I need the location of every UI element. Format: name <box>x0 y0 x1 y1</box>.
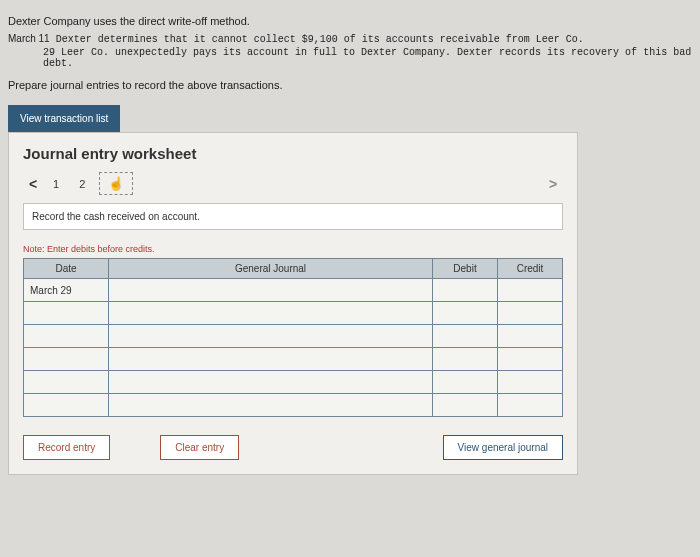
table-row[interactable] <box>24 325 563 348</box>
intro-line2-text: Dexter determines that it cannot collect… <box>56 34 584 45</box>
col-header-date: Date <box>24 259 109 279</box>
cell-debit[interactable] <box>433 325 498 348</box>
table-row[interactable] <box>24 371 563 394</box>
cell-date[interactable]: March 29 <box>24 279 109 302</box>
chevron-right-icon[interactable]: > <box>543 176 563 192</box>
cell-date[interactable] <box>24 371 109 394</box>
intro-line3: 29 Leer Co. unexpectedly pays its accoun… <box>8 47 692 69</box>
button-row: Record entry Clear entry View general jo… <box>23 435 563 460</box>
cell-debit[interactable] <box>433 279 498 302</box>
cell-credit[interactable] <box>498 302 563 325</box>
intro-line2: March 11 Dexter determines that it canno… <box>8 33 692 45</box>
tab-row: < 1 2 ☝ > <box>23 172 563 195</box>
cell-debit[interactable] <box>433 302 498 325</box>
table-row[interactable] <box>24 348 563 371</box>
record-entry-button[interactable]: Record entry <box>23 435 110 460</box>
cell-debit[interactable] <box>433 371 498 394</box>
intro-line2-date: March 11 <box>8 33 50 44</box>
cell-gj[interactable] <box>109 302 433 325</box>
intro-line1: Dexter Company uses the direct write-off… <box>8 15 692 27</box>
cell-debit[interactable] <box>433 348 498 371</box>
cell-date[interactable] <box>24 302 109 325</box>
cell-date[interactable] <box>24 394 109 417</box>
table-row[interactable] <box>24 302 563 325</box>
instruction-prepare: Prepare journal entries to record the ab… <box>8 79 692 91</box>
clear-entry-button[interactable]: Clear entry <box>160 435 239 460</box>
cell-gj[interactable] <box>109 371 433 394</box>
cell-debit[interactable] <box>433 394 498 417</box>
cell-credit[interactable] <box>498 325 563 348</box>
cell-gj[interactable] <box>109 394 433 417</box>
view-general-journal-button[interactable]: View general journal <box>443 435 563 460</box>
cell-credit[interactable] <box>498 348 563 371</box>
col-header-debit: Debit <box>433 259 498 279</box>
journal-entry-table: Date General Journal Debit Credit March … <box>23 258 563 417</box>
chevron-left-icon[interactable]: < <box>23 176 43 192</box>
table-row[interactable]: March 29 <box>24 279 563 302</box>
entry-instruction: Record the cash received on account. <box>23 203 563 230</box>
cell-credit[interactable] <box>498 279 563 302</box>
intro-line3-date: 29 <box>43 47 55 58</box>
col-header-credit: Credit <box>498 259 563 279</box>
tab-2[interactable]: 2 <box>69 174 95 194</box>
view-transaction-list-button[interactable]: View transaction list <box>8 105 120 132</box>
tab-1[interactable]: 1 <box>43 174 69 194</box>
journal-entry-worksheet: Journal entry worksheet < 1 2 ☝ > Record… <box>8 132 578 475</box>
cell-credit[interactable] <box>498 371 563 394</box>
cell-date[interactable] <box>24 348 109 371</box>
cell-gj[interactable] <box>109 279 433 302</box>
cell-date[interactable] <box>24 325 109 348</box>
cell-credit[interactable] <box>498 394 563 417</box>
tab-active[interactable]: ☝ <box>99 172 133 195</box>
intro-line3-text: Leer Co. unexpectedly pays its account i… <box>43 47 691 69</box>
table-header-row: Date General Journal Debit Credit <box>24 259 563 279</box>
worksheet-title: Journal entry worksheet <box>23 145 563 162</box>
cell-gj[interactable] <box>109 348 433 371</box>
cell-gj[interactable] <box>109 325 433 348</box>
col-header-general-journal: General Journal <box>109 259 433 279</box>
note-text: Note: Enter debits before credits. <box>23 244 563 254</box>
hand-pointer-icon: ☝ <box>108 176 124 191</box>
table-row[interactable] <box>24 394 563 417</box>
